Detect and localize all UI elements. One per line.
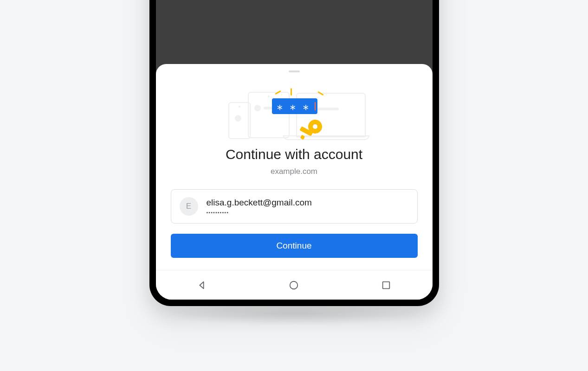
sheet-grabber[interactable] — [289, 70, 300, 72]
account-email: elisa.g.beckett@gmail.com — [207, 198, 312, 208]
phone-bezel: ＊＊＊ Continue with account example.com E — [156, 0, 433, 300]
phone-screen: ＊＊＊ Continue with account example.com E — [156, 0, 433, 300]
sheet-content: E elisa.g.beckett@gmail.com •••••••••• C… — [156, 189, 433, 270]
continue-button[interactable]: Continue — [171, 234, 418, 258]
android-nav-bar — [156, 270, 433, 300]
svg-rect-1 — [383, 281, 390, 288]
nav-recents-icon[interactable] — [381, 280, 392, 291]
dialog-title: Continue with account — [156, 147, 433, 162]
nav-back-icon[interactable] — [196, 280, 207, 291]
svg-point-0 — [290, 281, 298, 289]
device-phone-illustration — [228, 102, 251, 139]
account-password-mask: •••••••••• — [207, 210, 312, 215]
password-chip-icon: ＊＊＊ — [272, 98, 317, 114]
dialog-domain: example.com — [156, 167, 433, 176]
cursor-icon — [315, 102, 316, 110]
nav-home-icon[interactable] — [288, 280, 299, 291]
account-text: elisa.g.beckett@gmail.com •••••••••• — [207, 198, 312, 215]
phone-frame: ＊＊＊ Continue with account example.com E — [149, 0, 439, 306]
account-option[interactable]: E elisa.g.beckett@gmail.com •••••••••• — [171, 189, 418, 224]
hero-illustration: ＊＊＊ — [220, 79, 368, 144]
credential-picker-sheet: ＊＊＊ Continue with account example.com E — [156, 64, 433, 300]
spark-icon — [291, 88, 292, 96]
avatar: E — [180, 197, 198, 216]
